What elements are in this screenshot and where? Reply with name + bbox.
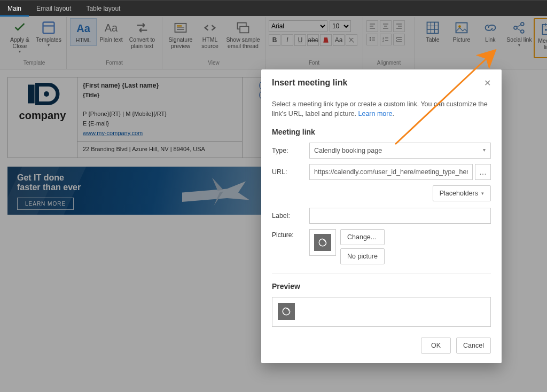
tab-email-layout[interactable]: Email layout bbox=[29, 2, 79, 15]
section-meeting-link: Meeting link bbox=[272, 128, 491, 136]
url-browse-button[interactable]: … bbox=[475, 164, 491, 180]
learn-more-link[interactable]: Learn more bbox=[358, 110, 393, 117]
preview-area bbox=[272, 297, 491, 327]
type-select[interactable]: Calendly booking page bbox=[309, 143, 491, 159]
type-label: Type: bbox=[272, 147, 309, 154]
picture-label: Picture: bbox=[272, 229, 309, 239]
modal-title: Insert meeting link bbox=[272, 78, 347, 88]
tab-table-layout[interactable]: Table layout bbox=[79, 2, 128, 15]
calendly-icon bbox=[314, 234, 331, 251]
cancel-button[interactable]: Cancel bbox=[456, 338, 491, 354]
url-input[interactable] bbox=[309, 164, 473, 180]
tab-main[interactable]: Main bbox=[0, 1, 29, 17]
picture-thumbnail bbox=[309, 229, 336, 256]
placeholders-button[interactable]: Placeholders bbox=[433, 185, 491, 201]
change-picture-button[interactable]: Change... bbox=[340, 229, 385, 245]
tab-bar: Main Email layout Table layout bbox=[0, 0, 547, 16]
close-icon[interactable]: ✕ bbox=[484, 78, 491, 88]
preview-calendly-icon bbox=[278, 303, 295, 320]
url-label: URL: bbox=[272, 168, 309, 176]
no-picture-button[interactable]: No picture bbox=[340, 248, 385, 264]
insert-meeting-link-dialog: Insert meeting link ✕ Select a meeting l… bbox=[261, 69, 502, 363]
section-preview: Preview bbox=[272, 282, 491, 291]
label-label: Label: bbox=[272, 212, 309, 219]
label-input[interactable] bbox=[309, 208, 491, 224]
modal-intro-text: Select a meeting link type or create a c… bbox=[272, 99, 491, 120]
ok-button[interactable]: OK bbox=[421, 338, 451, 354]
